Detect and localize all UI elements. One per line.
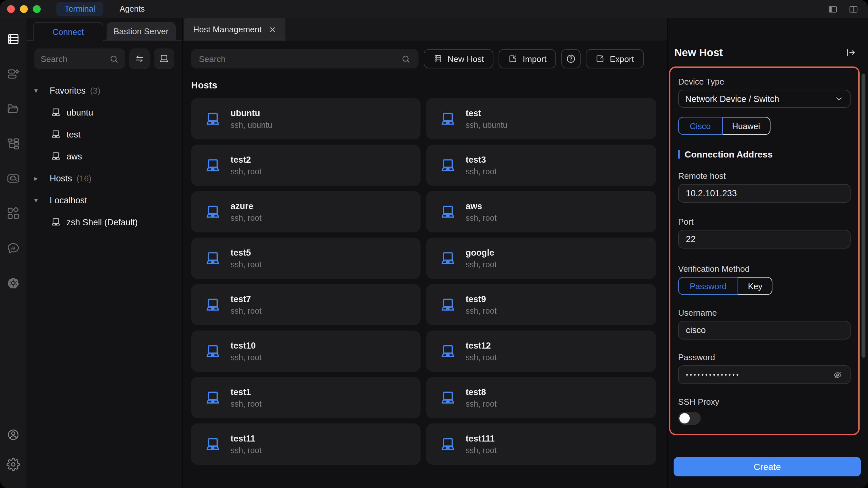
port-label: Port (678, 217, 850, 227)
close-icon[interactable] (269, 26, 276, 33)
host-card[interactable]: test2 ssh, root (191, 144, 421, 186)
host-subtitle: ssh, root (230, 446, 261, 455)
tree-row[interactable]: test (27, 123, 182, 145)
device-type-value: Network Device / Switch (685, 94, 779, 104)
rail-account-button[interactable] (0, 420, 27, 449)
rail-hosts-button[interactable] (0, 21, 27, 56)
tab-bastion-server[interactable]: Bastion Server (106, 22, 176, 40)
username-value: cisco (686, 325, 706, 335)
tree-row[interactable]: ▾ Localhost (27, 189, 182, 211)
laptop-icon (204, 343, 221, 359)
host-card[interactable]: test8 ssh, root (426, 377, 656, 418)
eye-off-icon[interactable] (833, 369, 843, 380)
sort-hosts-button[interactable] (129, 48, 150, 69)
host-card[interactable]: azure ssh, root (191, 191, 421, 232)
port-field[interactable]: 22 (678, 230, 850, 249)
host-name: test2 (230, 155, 261, 164)
device-type-select[interactable]: Network Device / Switch (678, 90, 850, 108)
cloud-drive-icon (6, 171, 20, 185)
host-name: ubuntu (230, 108, 272, 118)
host-card[interactable]: test7 ssh, root (191, 284, 421, 325)
remote-host-field[interactable]: 10.2.101.233 (678, 184, 850, 203)
host-card[interactable]: ubuntu ssh, ubuntu (191, 98, 421, 139)
rail-cloud-drive-button[interactable] (0, 161, 27, 196)
close-window-button[interactable] (7, 5, 15, 13)
host-name: test1 (230, 387, 261, 397)
host-card[interactable]: test5 ssh, root (191, 237, 421, 279)
sidebar-search-input[interactable]: Search (34, 48, 125, 69)
rail-sessions-button[interactable] (0, 56, 27, 91)
host-card[interactable]: test12 ssh, root (426, 330, 656, 372)
new-terminal-button[interactable] (154, 48, 175, 69)
remote-host-value: 10.2.101.233 (686, 189, 737, 198)
host-card[interactable]: aws ssh, root (426, 191, 656, 232)
export-icon (595, 54, 604, 63)
host-subtitle: ssh, ubuntu (466, 120, 507, 129)
export-button[interactable]: Export (586, 49, 644, 68)
ssh-proxy-label: SSH Proxy (678, 397, 850, 407)
collapse-panel-icon[interactable] (845, 47, 857, 58)
username-field[interactable]: cisco (678, 321, 850, 339)
vendor-option-cisco[interactable]: Cisco (678, 117, 722, 135)
host-card[interactable]: test111 ssh, root (426, 423, 656, 465)
rail-files-button[interactable] (0, 91, 27, 126)
tree-row[interactable]: ▾ Favorites (3) (27, 79, 182, 101)
tree-item-label: Hosts (50, 173, 72, 183)
laptop-icon (439, 250, 457, 266)
laptop-icon (439, 157, 457, 173)
laptop-icon (51, 129, 61, 139)
verification-option-key[interactable]: Key (738, 277, 773, 295)
maximize-window-button[interactable] (33, 5, 41, 13)
tab-host-management[interactable]: Host Management (184, 18, 285, 41)
titlebar-tab-agents[interactable]: Agents (112, 2, 153, 16)
host-card[interactable]: test ssh, ubuntu (426, 98, 656, 139)
rail-topology-button[interactable] (0, 126, 27, 161)
split-view-icon[interactable] (848, 4, 859, 14)
host-card[interactable]: test1 ssh, root (191, 377, 421, 418)
verification-option-password[interactable]: Password (678, 277, 738, 295)
minimize-window-button[interactable] (20, 5, 28, 13)
sessions-icon (6, 67, 20, 80)
host-card[interactable]: test10 ssh, root (191, 330, 421, 372)
caret-icon[interactable]: ▾ (34, 196, 50, 204)
rail-settings-button[interactable] (0, 449, 27, 479)
document-tabstrip: Host Management (183, 18, 667, 41)
hosts-search-input[interactable]: Search (191, 49, 418, 68)
password-masked-value: •••••••••••••• (686, 371, 740, 378)
rail-apps-button[interactable] (0, 196, 27, 230)
host-card[interactable]: test9 ssh, root (426, 284, 656, 325)
host-card[interactable]: google ssh, root (426, 237, 656, 279)
tree-row[interactable]: zsh Shell (Default) (27, 211, 182, 233)
rail-kubernetes-button[interactable] (0, 265, 27, 300)
titlebar-tab-terminal[interactable]: Terminal (56, 2, 104, 16)
rail-ai-button[interactable]: AI (0, 230, 27, 265)
host-name: test12 (466, 340, 497, 350)
password-field[interactable]: •••••••••••••• (678, 365, 850, 384)
help-button[interactable] (561, 49, 581, 68)
host-name: test3 (466, 155, 497, 164)
tab-label: Host Management (193, 25, 261, 34)
new-host-button[interactable]: New Host (424, 49, 494, 68)
panel-scrollbar-thumb[interactable] (862, 73, 865, 358)
host-subtitle: ssh, root (466, 213, 497, 222)
host-card[interactable]: test3 ssh, root (426, 144, 656, 186)
tree-row[interactable]: ▸ Hosts (16) (27, 167, 182, 189)
vendor-option-huawei[interactable]: Huawei (722, 117, 771, 135)
import-button[interactable]: Import (499, 49, 556, 68)
host-card[interactable]: test11 ssh, root (191, 423, 421, 465)
server-icon (433, 54, 442, 63)
export-label: Export (610, 54, 634, 64)
tree-row[interactable]: aws (27, 145, 182, 167)
create-button[interactable]: Create (674, 457, 861, 476)
tab-connect[interactable]: Connect (33, 22, 103, 41)
icon-rail: AI (0, 18, 27, 488)
ssh-proxy-toggle[interactable] (678, 412, 701, 425)
caret-icon[interactable]: ▸ (34, 174, 50, 182)
laptop-icon (204, 436, 221, 452)
chevron-down-icon (834, 94, 843, 103)
sidebar-toggle-icon[interactable] (827, 4, 838, 14)
caret-icon[interactable]: ▾ (34, 86, 50, 95)
laptop-icon (439, 390, 457, 406)
tree-item-count: (16) (76, 173, 91, 183)
tree-row[interactable]: ubuntu (27, 101, 182, 123)
